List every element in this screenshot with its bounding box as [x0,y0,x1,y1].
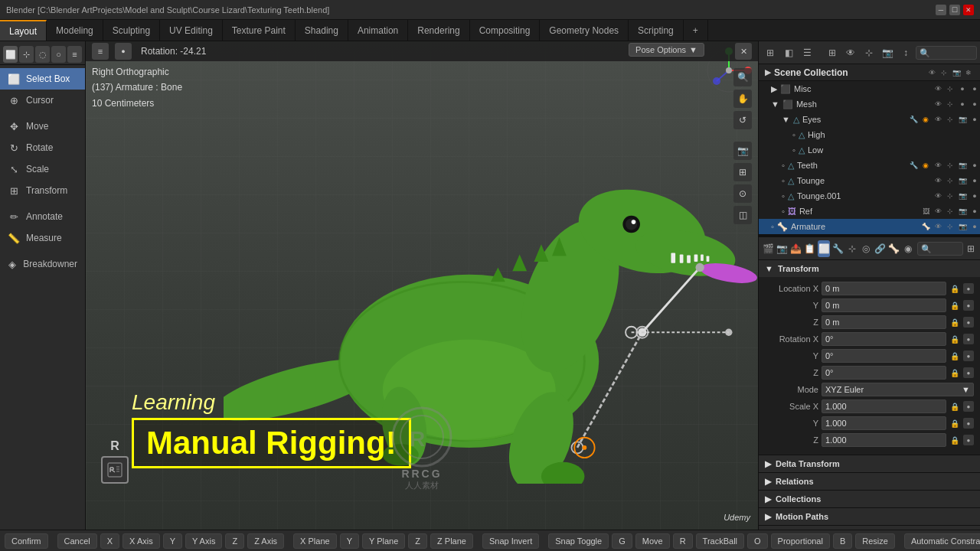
tab-layout[interactable]: Layout [0,20,47,41]
location-y-anim[interactable]: ● [963,300,974,311]
location-x-field[interactable]: 0 m [822,282,946,295]
zoom-in-btn[interactable]: 🔍 [733,68,752,86]
grid-btn[interactable]: ⊞ [733,163,752,181]
outliner-item-teeth[interactable]: ◦ △ Teeth 🔧 ◉ 👁 ⊹ 📷 ● [759,158,980,173]
outliner-item-low[interactable]: ◦ △ Low [759,142,980,158]
y-key-btn[interactable]: Y [163,533,182,549]
rotation-z-anim[interactable]: ● [963,367,974,378]
maximize-button[interactable]: ☐ [949,5,960,15]
mesh-sel[interactable]: ⊹ [945,99,956,109]
props-material-icon[interactable]: ◉ [902,240,914,257]
outliner-restrict-render[interactable]: 📷 [951,67,962,78]
rotation-y-anim[interactable]: ● [963,350,974,361]
teeth-eye[interactable]: 👁 [933,160,943,171]
ref-img-icon[interactable]: 🖼 [920,206,931,217]
armature-freeze[interactable]: ● [969,221,980,232]
outliner-render-btn[interactable]: 📷 [879,44,896,61]
rotation-y-field[interactable]: 0° [822,349,946,363]
props-object-icon[interactable]: ⬜ [818,240,830,257]
props-constraints-icon[interactable]: 🔗 [874,240,886,257]
props-render-icon[interactable]: 📷 [776,240,788,257]
tool-measure[interactable]: 📏 Measure [0,227,85,249]
scale-x-anim[interactable]: ● [963,401,974,412]
outliner-item-tounge[interactable]: ◦ △ Tounge 👁 ⊹ 📷 ● [759,173,980,188]
teeth-mat-icon[interactable]: ◉ [920,160,931,171]
eyes-tool-icon[interactable]: 🔧 [908,114,919,125]
eyes-eye[interactable]: 👁 [933,114,943,125]
teeth-render[interactable]: 📷 [957,160,968,171]
outliner-sort-btn[interactable]: ↕ [897,44,914,61]
ref-render[interactable]: 📷 [957,206,968,217]
outliner-item-mesh[interactable]: ▼ ⬛ Mesh 👁 ⊹ ● ● [759,96,980,112]
tab-sculpting[interactable]: Sculpting [103,20,160,41]
props-physics-icon[interactable]: ◎ [860,240,872,257]
tool-rotate[interactable]: ↻ Rotate [0,137,85,158]
eyes-mat-icon[interactable]: ◉ [920,114,931,125]
toolbar-icon-tweak[interactable]: ⊹ [19,46,34,63]
mesh-render[interactable]: ● [957,99,968,109]
scale-x-lock[interactable]: 🔒 [949,401,960,412]
orbit-btn[interactable]: ↺ [733,111,752,129]
tab-texture-paint[interactable]: Texture Paint [223,20,296,41]
armature-render[interactable]: 📷 [957,221,968,232]
proportional-btn[interactable]: Proportional [771,533,830,549]
trackball-btn[interactable]: TrackBall [696,533,744,549]
outliner-restrict-freeze[interactable]: ❄ [963,67,974,78]
tounge-sel[interactable]: ⊹ [945,175,956,186]
outliner-restrict-sel[interactable]: ⊹ [939,67,949,78]
props-data-icon[interactable]: 🦴 [887,240,900,257]
tab-animation[interactable]: Animation [348,20,408,41]
scale-x-field[interactable]: 1.000 [822,399,946,413]
tab-scripting[interactable]: Scripting [629,20,684,41]
armature-eye[interactable]: 👁 [933,221,943,232]
tool-cursor[interactable]: ⊕ Cursor [0,90,85,111]
props-filter-btn[interactable]: ⊞ [965,240,977,257]
props-search[interactable] [917,242,963,256]
relations-header[interactable]: ▶ Relations [759,473,980,490]
outliner-icon-2[interactable]: ◧ [780,44,797,61]
z-key-btn[interactable]: Z [225,533,244,549]
tool-transform[interactable]: ⊞ Transform [0,180,85,201]
outliner-select-btn[interactable]: ⊹ [861,44,877,61]
tool-scale[interactable]: ⤡ Scale [0,158,85,180]
collections-header[interactable]: ▶ Collections [759,491,980,507]
minimize-button[interactable]: ─ [936,5,946,15]
eyes-render[interactable]: 📷 [957,114,968,125]
tounge001-freeze[interactable]: ● [969,191,980,201]
tab-geometry-nodes[interactable]: Geometry Nodes [540,20,629,41]
outliner-restrict-eye[interactable]: 👁 [926,67,937,78]
outliner-item-tounge001[interactable]: ◦ △ Tounge.001 👁 ⊹ 📷 ● [759,188,980,204]
x-key-btn[interactable]: X [100,533,119,549]
r-key-status-btn[interactable]: R [673,533,693,549]
tab-shading[interactable]: Shading [296,20,348,41]
scale-y-lock[interactable]: 🔒 [949,418,960,429]
location-y-lock[interactable]: 🔒 [949,300,960,311]
outliner-item-armature[interactable]: ◦ 🦴 Armature 🦴 👁 ⊹ 📷 ● [759,219,980,234]
outliner-item-high[interactable]: ◦ △ High [759,127,980,142]
tab-compositing[interactable]: Compositing [470,20,541,41]
tounge-eye[interactable]: 👁 [933,175,943,186]
scale-z-lock[interactable]: 🔒 [949,435,960,445]
tounge001-eye[interactable]: 👁 [933,191,943,201]
x-axis-btn[interactable]: X Axis [122,533,160,549]
armature-bone-icon[interactable]: 🦴 [920,221,931,232]
tab-modeling[interactable]: Modeling [47,20,103,41]
scale-y-anim[interactable]: ● [963,418,974,429]
misc-render[interactable]: ● [957,83,968,94]
outliner-visibility-btn[interactable]: 👁 [842,44,859,61]
rotation-x-anim[interactable]: ● [963,334,974,344]
scale-z-anim[interactable]: ● [963,435,974,445]
rotation-x-lock[interactable]: 🔒 [949,334,960,344]
location-z-anim[interactable]: ● [963,317,974,328]
pose-options-button[interactable]: Pose Options ▼ [629,43,704,57]
outliner-item-ref[interactable]: ◦ 🖼 Ref 🖼 👁 ⊹ 📷 ● [759,204,980,219]
snap-invert-btn[interactable]: Snap Invert [482,533,539,549]
overlay-btn[interactable]: ⊙ [733,184,752,203]
props-modifier-icon[interactable]: 🔧 [831,240,844,257]
window-controls[interactable]: ─ ☐ ✕ [936,5,974,15]
toolbar-icon-lasso[interactable]: ◌ [35,46,50,63]
cancel-btn[interactable]: Cancel [57,533,97,549]
outliner-search[interactable] [916,46,977,60]
tool-breakdowner[interactable]: ◈ Breakdowner [0,253,85,275]
mesh-freeze[interactable]: ● [969,99,980,109]
